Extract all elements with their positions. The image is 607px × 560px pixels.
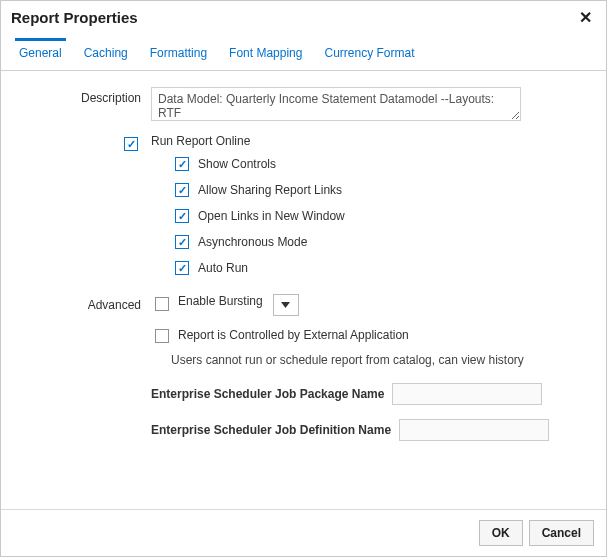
- report-controlled-external-checkbox[interactable]: [155, 329, 169, 343]
- show-controls-label: Show Controls: [198, 157, 276, 171]
- titlebar: Report Properties ✕: [1, 1, 606, 32]
- description-textarea[interactable]: [151, 87, 521, 121]
- enterprise-package-name-input[interactable]: [392, 383, 542, 405]
- open-links-new-window-checkbox[interactable]: [175, 209, 189, 223]
- show-controls-checkbox[interactable]: [175, 157, 189, 171]
- report-controlled-external-hint: Users cannot run or schedule report from…: [171, 352, 584, 369]
- auto-run-label: Auto Run: [198, 261, 248, 275]
- report-controlled-external-label: Report is Controlled by External Applica…: [178, 328, 409, 342]
- allow-sharing-label: Allow Sharing Report Links: [198, 183, 342, 197]
- enable-bursting-dropdown[interactable]: [273, 294, 299, 316]
- tab-bar: General Caching Formatting Font Mapping …: [1, 38, 606, 71]
- ok-button[interactable]: OK: [479, 520, 523, 546]
- enterprise-definition-name-input[interactable]: [399, 419, 549, 441]
- enterprise-definition-name-label: Enterprise Scheduler Job Definition Name: [151, 423, 391, 437]
- tab-formatting[interactable]: Formatting: [146, 38, 211, 70]
- enable-bursting-checkbox[interactable]: [155, 297, 169, 311]
- enable-bursting-label: Enable Bursting: [178, 294, 263, 308]
- tab-content-general: Description Run Report Online Show Contr…: [1, 71, 606, 509]
- asynchronous-mode-label: Asynchronous Mode: [198, 235, 307, 249]
- description-label: Description: [23, 87, 151, 105]
- advanced-label: Advanced: [23, 294, 151, 312]
- tab-currency-format[interactable]: Currency Format: [320, 38, 418, 70]
- close-icon[interactable]: ✕: [575, 10, 596, 26]
- report-properties-dialog: Report Properties ✕ General Caching Form…: [0, 0, 607, 557]
- asynchronous-mode-checkbox[interactable]: [175, 235, 189, 249]
- chevron-down-icon: [281, 302, 290, 308]
- open-links-new-window-label: Open Links in New Window: [198, 209, 345, 223]
- button-bar: OK Cancel: [1, 509, 606, 556]
- run-report-online-label: Run Report Online: [151, 134, 250, 148]
- tab-general[interactable]: General: [15, 38, 66, 70]
- allow-sharing-checkbox[interactable]: [175, 183, 189, 197]
- tab-caching[interactable]: Caching: [80, 38, 132, 70]
- enterprise-package-name-label: Enterprise Scheduler Job Package Name: [151, 387, 384, 401]
- cancel-button[interactable]: Cancel: [529, 520, 594, 546]
- dialog-title: Report Properties: [11, 9, 138, 26]
- auto-run-checkbox[interactable]: [175, 261, 189, 275]
- run-report-online-checkbox[interactable]: [124, 137, 138, 151]
- tab-font-mapping[interactable]: Font Mapping: [225, 38, 306, 70]
